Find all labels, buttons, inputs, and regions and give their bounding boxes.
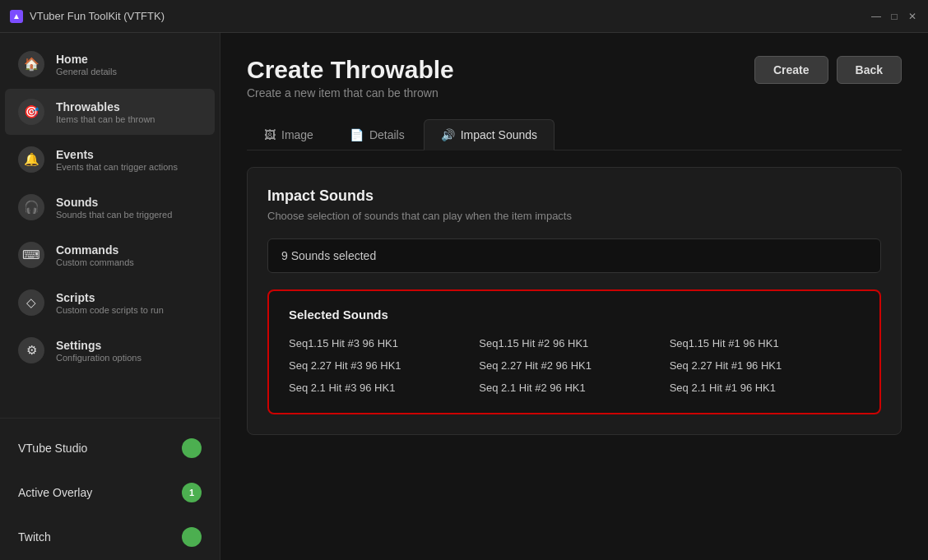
sidebar-item-twitch[interactable]: Twitch [5,516,215,558]
sidebar-item-events[interactable]: 🔔 Events Events that can trigger actions [5,137,215,183]
active-overlay-label: Active Overlay [18,486,182,499]
sidebar: 🏠 Home General details 🎯 Throwables Item… [0,33,220,560]
sidebar-events-sublabel: Events that can trigger actions [56,162,178,172]
list-item: Seq 2.1 Hit #3 96 HK1 [289,379,479,396]
impact-sounds-panel: Impact Sounds Choose selection of sounds… [247,167,902,435]
sidebar-item-sounds[interactable]: 🎧 Sounds Sounds that can be triggered [5,184,215,230]
sidebar-scripts-label: Scripts [56,291,164,304]
sidebar-commands-label: Commands [56,243,134,257]
close-button[interactable]: ✕ [907,11,918,22]
twitch-status [182,527,202,547]
sidebar-item-scripts[interactable]: ◇ Scripts Custom code scripts to run [5,280,215,326]
sound-name: Seq 2.27 Hit #2 96 HK1 [479,359,592,372]
sidebar-item-settings[interactable]: ⚙ Settings Configuration options [5,327,215,373]
sidebar-scripts-sublabel: Custom code scripts to run [56,305,164,315]
sound-name: Seq1.15 Hit #2 96 HK1 [479,337,588,349]
sidebar-sounds-sublabel: Sounds that can be triggered [56,210,172,220]
sidebar-bottom: VTube Studio Active Overlay 1 Twitch [0,418,220,560]
list-item: Seq1.15 Hit #2 96 HK1 [479,335,669,352]
image-tab-icon: 🖼 [264,128,276,141]
tab-image[interactable]: 🖼 Image [247,119,331,150]
throwables-icon: 🎯 [18,99,44,125]
minimize-button[interactable]: — [870,11,882,22]
tab-details-label: Details [369,128,405,141]
header-buttons: Create Back [754,56,902,84]
events-icon: 🔔 [18,146,44,173]
main-layout: 🏠 Home General details 🎯 Throwables Item… [0,33,928,560]
app-icon: ▲ [10,10,23,23]
content-area: Create Throwable Create a new item that … [220,33,928,560]
sidebar-home-label: Home [56,53,117,66]
twitch-label: Twitch [18,530,182,544]
list-item: Seq 2.27 Hit #2 96 HK1 [479,357,669,374]
panel-title: Impact Sounds [267,187,881,205]
sounds-grid: Seq1.15 Hit #3 96 HK1 Seq1.15 Hit #2 96 … [289,335,860,396]
selected-sounds-box: Selected Sounds Seq1.15 Hit #3 96 HK1 Se… [267,289,881,414]
sidebar-sounds-label: Sounds [56,196,172,209]
tab-impact-sounds[interactable]: 🔊 Impact Sounds [424,119,554,150]
sidebar-item-throwables[interactable]: 🎯 Throwables Items that can be thrown [5,89,215,135]
impact-sounds-tab-icon: 🔊 [441,128,455,141]
home-icon: 🏠 [18,51,44,77]
active-overlay-status: 1 [182,483,202,502]
sound-name: Seq1.15 Hit #1 96 HK1 [670,337,779,349]
list-item: Seq 2.27 Hit #1 96 HK1 [670,357,860,374]
scripts-icon: ◇ [18,289,44,316]
tab-image-label: Image [281,128,313,141]
sound-name: Seq 2.1 Hit #1 96 HK1 [670,382,776,394]
sidebar-throwables-label: Throwables [56,100,155,113]
list-item: Seq1.15 Hit #3 96 HK1 [289,335,479,352]
sounds-selected-display[interactable]: 9 Sounds selected [267,238,881,273]
tabs-bar: 🖼 Image 📄 Details 🔊 Impact Sounds [247,119,902,150]
title-bar-left: ▲ VTuber Fun ToolKit (VTFTK) [10,10,165,23]
page-subtitle: Create a new item that can be thrown [247,86,454,100]
tab-details[interactable]: 📄 Details [332,119,422,150]
sidebar-events-label: Events [56,148,178,161]
settings-icon: ⚙ [18,337,44,363]
sidebar-home-sublabel: General details [56,67,117,76]
selected-sounds-title: Selected Sounds [289,308,860,322]
list-item: Seq1.15 Hit #1 96 HK1 [670,335,860,352]
create-button[interactable]: Create [754,56,828,84]
sound-name: Seq1.15 Hit #3 96 HK1 [289,337,398,349]
tab-impact-sounds-label: Impact Sounds [461,128,537,141]
back-button[interactable]: Back [837,56,902,84]
sound-name: Seq 2.27 Hit #3 96 HK1 [289,359,401,372]
commands-icon: ⌨ [18,242,44,268]
app-title: VTuber Fun ToolKit (VTFTK) [30,10,165,22]
title-bar-controls: — □ ✕ [870,11,918,22]
list-item: Seq 2.27 Hit #3 96 HK1 [289,357,479,374]
sound-name: Seq 2.1 Hit #2 96 HK1 [479,382,585,394]
vtube-studio-status [182,438,202,458]
details-tab-icon: 📄 [350,128,364,141]
header-title-group: Create Throwable Create a new item that … [247,56,454,100]
list-item: Seq 2.1 Hit #2 96 HK1 [479,379,669,396]
sound-name: Seq 2.1 Hit #3 96 HK1 [289,382,395,394]
sidebar-settings-sublabel: Configuration options [56,353,142,363]
sidebar-throwables-sublabel: Items that can be thrown [56,114,155,124]
sidebar-item-home[interactable]: 🏠 Home General details [5,41,215,87]
page-title: Create Throwable [247,56,454,83]
list-item: Seq 2.1 Hit #1 96 HK1 [670,379,860,396]
sidebar-commands-sublabel: Custom commands [56,257,134,267]
sidebar-item-commands[interactable]: ⌨ Commands Custom commands [5,232,215,278]
sound-name: Seq 2.27 Hit #1 96 HK1 [670,359,782,372]
sidebar-settings-label: Settings [56,339,142,352]
sidebar-nav: 🏠 Home General details 🎯 Throwables Item… [0,33,220,375]
sidebar-item-active-overlay[interactable]: Active Overlay 1 [5,471,215,514]
sidebar-item-vtube-studio[interactable]: VTube Studio [5,427,215,470]
panel-subtitle: Choose selection of sounds that can play… [267,210,881,222]
vtube-studio-label: VTube Studio [18,442,182,455]
maximize-button[interactable]: □ [889,11,900,22]
sounds-icon: 🎧 [18,194,44,220]
content-header: Create Throwable Create a new item that … [247,56,902,100]
title-bar: ▲ VTuber Fun ToolKit (VTFTK) — □ ✕ [0,0,928,33]
